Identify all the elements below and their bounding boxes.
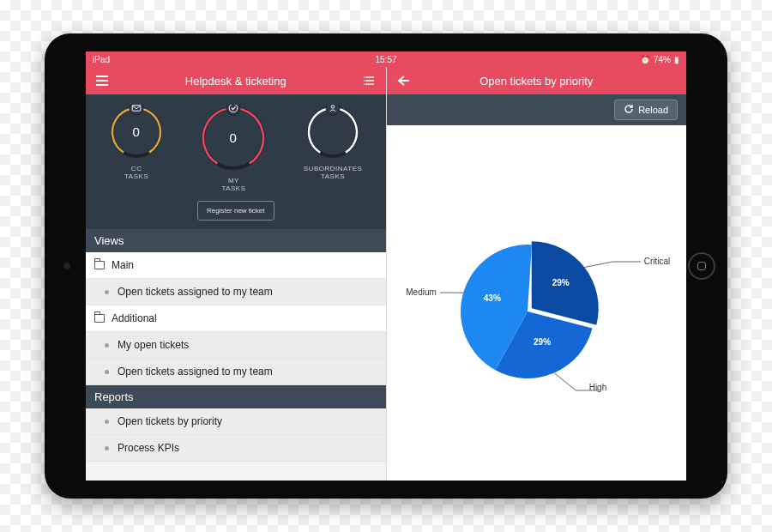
tablet-frame: iPad 15:57 ⏰ 74% ▮ Helpdesk & ticketing: [45, 33, 727, 499]
svg-text:29%: 29%: [552, 278, 570, 287]
svg-text:29%: 29%: [534, 337, 551, 347]
svg-point-1: [364, 80, 365, 82]
report-item[interactable]: Process KPIs: [86, 435, 386, 462]
view-group[interactable]: Main: [86, 252, 386, 279]
screen: iPad 15:57 ⏰ 74% ▮ Helpdesk & ticketing: [86, 51, 686, 481]
battery-label: 74%: [654, 55, 671, 64]
gauge-subordinates-tasks[interactable]: SUBORDINATESTASKS: [304, 105, 363, 180]
left-title: Helpdesk & ticketing: [185, 75, 286, 88]
svg-text:43%: 43%: [484, 293, 501, 303]
svg-point-2: [364, 83, 365, 85]
register-ticket-button[interactable]: Register new ticket: [197, 201, 274, 221]
svg-text:0: 0: [230, 130, 238, 145]
view-item[interactable]: Open tickets assigned to my team: [86, 359, 386, 385]
alarm-icon: ⏰: [640, 55, 650, 64]
reload-icon: [624, 104, 634, 116]
right-toolbar: Reload: [387, 94, 687, 125]
menu-icon[interactable]: [94, 73, 110, 88]
folder-icon: [94, 261, 105, 269]
reports-header: Reports: [86, 385, 386, 408]
right-title: Open tickets by priority: [479, 75, 593, 88]
left-navbar: Helpdesk & ticketing: [86, 67, 386, 94]
back-icon[interactable]: [395, 73, 411, 88]
reports-list: Open tickets by priorityProcess KPIs: [86, 408, 386, 462]
reload-button[interactable]: Reload: [614, 100, 678, 120]
view-group[interactable]: Additional: [86, 305, 386, 332]
folder-icon: [94, 314, 105, 323]
svg-text:0: 0: [133, 124, 141, 139]
legend-critical: Critical: [644, 257, 671, 266]
reload-label: Reload: [638, 105, 668, 115]
svg-point-10: [226, 105, 240, 115]
left-pane: Helpdesk & ticketing 0CCTASKS0MYTASKSSUB…: [86, 67, 387, 481]
svg-point-5: [130, 105, 143, 115]
gauge-cc-tasks[interactable]: 0CCTASKS: [109, 105, 164, 180]
clock-label: 15:57: [375, 55, 396, 64]
views-list: MainOpen tickets assigned to my teamAddi…: [86, 252, 386, 385]
chart-area: 29%29%43% Critical High Medium: [387, 125, 687, 481]
gauge-my-tasks[interactable]: 0MYTASKS: [200, 105, 267, 192]
battery-icon: ▮: [674, 55, 679, 64]
home-button[interactable]: [688, 252, 715, 280]
status-bar: iPad 15:57 ⏰ 74% ▮: [86, 51, 686, 67]
right-pane: Open tickets by priority Reload 29%29%43…: [387, 67, 687, 481]
camera-dot: [63, 263, 70, 269]
pie-chart: 29%29%43% Critical High Medium: [399, 191, 673, 414]
report-item[interactable]: Open tickets by priority: [86, 408, 386, 435]
legend-high: High: [589, 383, 607, 392]
view-item[interactable]: My open tickets: [86, 332, 386, 359]
right-navbar: Open tickets by priority: [387, 67, 687, 94]
view-item[interactable]: Open tickets assigned to my team: [86, 279, 386, 305]
list-icon[interactable]: [362, 73, 377, 88]
dashboard-panel: 0CCTASKS0MYTASKSSUBORDINATESTASKS Regist…: [86, 94, 386, 229]
views-header: Views: [86, 229, 386, 252]
legend-medium: Medium: [406, 287, 437, 297]
svg-point-0: [364, 76, 365, 78]
carrier-label: iPad: [93, 55, 110, 64]
